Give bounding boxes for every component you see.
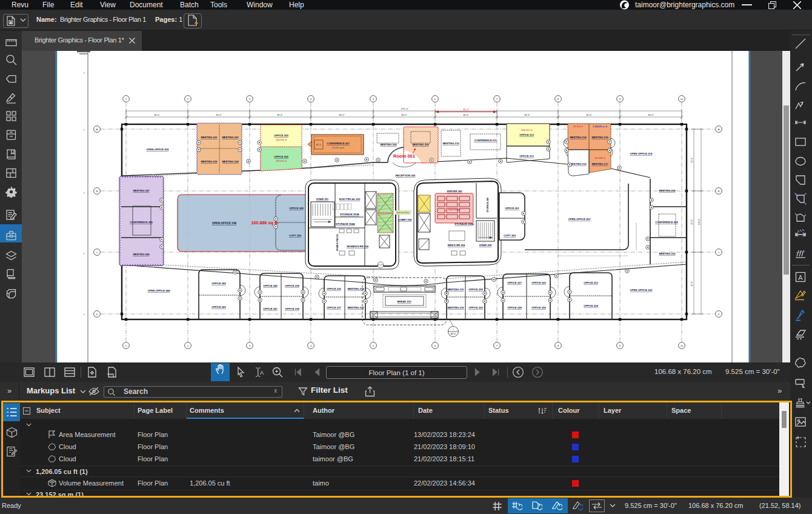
svg-text:SERVER 243: SERVER 243 xyxy=(447,190,462,193)
svg-text:30'-0": 30'-0" xyxy=(463,114,469,116)
svg-text:MEETING 210: MEETING 210 xyxy=(442,142,459,145)
svg-text:30'-0": 30'-0" xyxy=(339,114,345,116)
svg-text:1: 1 xyxy=(453,329,454,331)
svg-text:MEETING 235: MEETING 235 xyxy=(347,306,364,309)
svg-text:MEETING 203: MEETING 203 xyxy=(222,136,239,139)
svg-text:30'-0": 30'-0" xyxy=(401,114,407,116)
svg-text:30'-0": 30'-0" xyxy=(277,114,283,116)
svg-text:RECEPTION 205: RECEPTION 205 xyxy=(396,174,416,177)
svg-text:CONFERENCE 211: CONFERENCE 211 xyxy=(474,139,497,142)
svg-text:Split into three: Split into three xyxy=(397,212,410,214)
svg-text:31'-0": 31'-0" xyxy=(691,281,693,287)
svg-text:OFFICE 236: OFFICE 236 xyxy=(327,287,341,290)
svg-text:Room 001: Room 001 xyxy=(393,153,415,159)
svg-text:MEETING 247: MEETING 247 xyxy=(133,189,150,192)
svg-text:A6.02: A6.02 xyxy=(451,333,456,335)
svg-text:OFFICE 212: OFFICE 212 xyxy=(519,133,534,136)
svg-text:STORAGE 254A: STORAGE 254A xyxy=(336,222,355,225)
svg-text:C: C xyxy=(717,251,719,254)
svg-text:OPEN OFFICE 269: OPEN OFFICE 269 xyxy=(147,148,169,151)
svg-text:A: A xyxy=(260,370,264,376)
svg-text:OFFICE 225: OFFICE 225 xyxy=(531,281,546,284)
svg-text:COPY 262: COPY 262 xyxy=(504,234,516,237)
svg-text:30'-0": 30'-0" xyxy=(586,114,592,116)
svg-text:30'-0": 30'-0" xyxy=(524,114,530,116)
svg-text:160.886 sq m: 160.886 sq m xyxy=(251,220,279,225)
svg-text:OFFICE 206: OFFICE 206 xyxy=(274,155,288,158)
svg-text:MEETING 263: MEETING 263 xyxy=(659,252,676,255)
svg-text:1': 1' xyxy=(83,313,85,316)
svg-text:275'-0": 275'-0" xyxy=(401,107,409,110)
svg-text:23.152 sq m: 23.152 sq m xyxy=(332,147,344,149)
svg-text:MEETING 215: MEETING 215 xyxy=(570,162,587,165)
svg-text:MEETING 217: MEETING 217 xyxy=(591,162,608,165)
svg-text:C: C xyxy=(96,251,98,254)
svg-text:10: 10 xyxy=(681,98,684,101)
svg-text:MEETING 214: MEETING 214 xyxy=(570,136,587,139)
svg-text:OFFICE 241: OFFICE 241 xyxy=(263,307,278,310)
svg-text:1': 1' xyxy=(83,192,85,195)
svg-text:OFFICE 238: OFFICE 238 xyxy=(285,284,299,287)
svg-text:204.616 sf: 204.616 sf xyxy=(276,139,287,141)
svg-text:OFFICE 224: OFFICE 224 xyxy=(584,304,598,307)
svg-text:10: 10 xyxy=(681,344,684,347)
svg-text:1': 1' xyxy=(83,253,85,255)
svg-text:B: B xyxy=(718,190,720,193)
svg-text:MEN'S RR 258: MEN'S RR 258 xyxy=(448,244,465,247)
svg-text:MEETING 204: MEETING 204 xyxy=(222,160,239,163)
svg-text:OFFICE 239: OFFICE 239 xyxy=(285,307,299,310)
svg-text:OFFICE 261: OFFICE 261 xyxy=(505,207,519,210)
svg-text:STORAGE 260: STORAGE 260 xyxy=(487,198,489,213)
svg-text:OFFICE 240: OFFICE 240 xyxy=(263,284,278,287)
svg-text:31'-0": 31'-0" xyxy=(691,157,693,163)
svg-text:30'-0": 30'-0" xyxy=(648,114,654,116)
svg-text:MEETING 202: MEETING 202 xyxy=(201,160,218,163)
svg-text:MEETING 245: MEETING 245 xyxy=(133,253,150,256)
svg-text:BREAK 233: BREAK 233 xyxy=(397,300,411,303)
svg-text:B: B xyxy=(96,190,98,193)
svg-text:MEETING 231: MEETING 231 xyxy=(447,288,464,291)
svg-text:OFFICE 205: OFFICE 205 xyxy=(274,134,288,137)
svg-text:Room finishes: Room finishes xyxy=(448,209,461,211)
svg-text:STAIR 251: STAIR 251 xyxy=(316,198,329,201)
svg-text:MEETING 206: MEETING 206 xyxy=(380,143,397,146)
svg-text:204.512 sf: 204.512 sf xyxy=(521,128,533,132)
svg-text:193.615 sf: 193.615 sf xyxy=(276,160,287,162)
svg-text:OPEN OFFICE 244: OPEN OFFICE 244 xyxy=(148,289,170,292)
svg-text:30'-0": 30'-0" xyxy=(154,114,160,116)
svg-text:MEETING 216: MEETING 216 xyxy=(591,136,608,139)
svg-text:ELECTRICAL 252: ELECTRICAL 252 xyxy=(339,198,361,201)
svg-text:1': 1' xyxy=(83,129,85,132)
svg-text:A: A xyxy=(798,274,803,281)
svg-text:OPEN OFFICE 218: OPEN OFFICE 218 xyxy=(630,152,653,155)
svg-text:CONFERENCE 265: CONFERENCE 265 xyxy=(655,221,678,224)
svg-text:OFFICE 249: OFFICE 249 xyxy=(289,207,304,210)
svg-text:LOBBY 256: LOBBY 256 xyxy=(398,218,412,221)
svg-text:OPEN OFFICE 249: OPEN OFFICE 249 xyxy=(212,222,237,225)
svg-text:OFFICE 230: OFFICE 230 xyxy=(468,306,483,309)
svg-text:31'-0": 31'-0" xyxy=(691,219,693,225)
svg-text:D: D xyxy=(96,313,98,316)
svg-text:A: A xyxy=(718,128,720,131)
svg-text:STORAGE 258A: STORAGE 258A xyxy=(454,222,474,225)
svg-text:WOMEN RM 253: WOMEN RM 253 xyxy=(336,234,339,251)
svg-text:OFFICE 213: OFFICE 213 xyxy=(519,155,534,158)
svg-text:MEETING 209: MEETING 209 xyxy=(412,143,429,146)
svg-text:OFFICE 228: OFFICE 228 xyxy=(507,306,522,309)
svg-text:D: D xyxy=(717,313,719,316)
svg-text:OFFICE 226: OFFICE 226 xyxy=(531,306,546,309)
svg-text:OPEN OFFICE 263: OPEN OFFICE 263 xyxy=(568,218,591,221)
svg-text:1,206.05 cu ft: 1,206.05 cu ft xyxy=(593,125,608,128)
svg-text:MEETING 264: MEETING 264 xyxy=(659,189,676,192)
svg-text:OFFICE 243: OFFICE 243 xyxy=(211,305,226,309)
svg-text:COPY 250: COPY 250 xyxy=(289,234,302,237)
svg-text:MEETING 234: MEETING 234 xyxy=(347,287,364,290)
svg-text:OFFICE 229: OFFICE 229 xyxy=(468,288,483,291)
svg-text:30'-0": 30'-0" xyxy=(463,108,470,111)
svg-text:99.254 sf: 99.254 sf xyxy=(573,125,584,128)
svg-text:103'-0": 103'-0" xyxy=(698,218,701,225)
svg-text:STAIR 259: STAIR 259 xyxy=(479,244,492,247)
svg-text:OFFICE 237: OFFICE 237 xyxy=(327,306,341,309)
svg-text:OFFICE 223: OFFICE 223 xyxy=(584,281,598,284)
svg-text:MEETING 201: MEETING 201 xyxy=(201,136,218,139)
